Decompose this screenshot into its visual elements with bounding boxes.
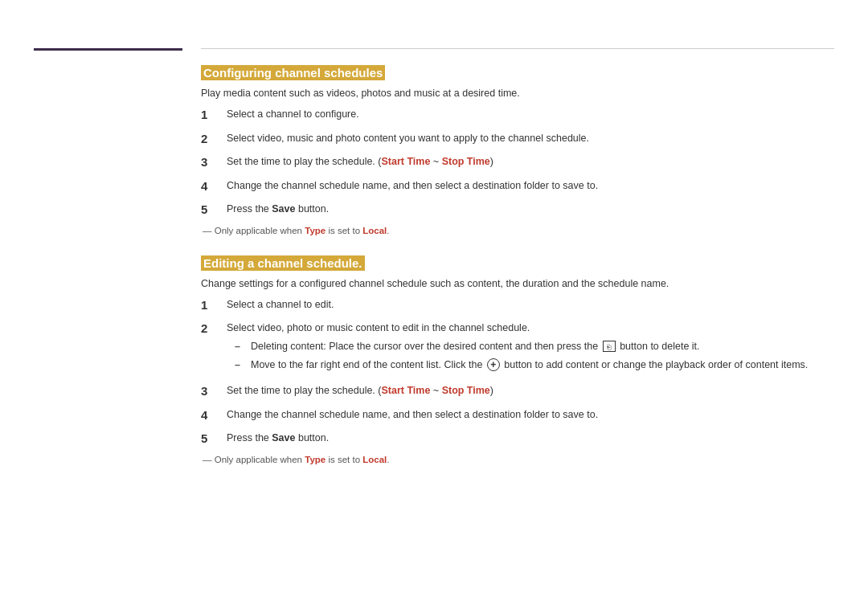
step-num: 5 bbox=[201, 431, 223, 447]
top-divider-line bbox=[201, 48, 834, 49]
step-num: 2 bbox=[201, 131, 223, 147]
main-content: Configuring channel schedules Play media… bbox=[201, 64, 828, 477]
section1-note: Only applicable when Type is set to Loca… bbox=[201, 226, 828, 235]
step-num: 5 bbox=[201, 202, 223, 218]
section-editing: Editing a channel schedule. Change setti… bbox=[201, 255, 828, 464]
section2-title: Editing a channel schedule. bbox=[201, 255, 365, 271]
section2-steps: 1 Select a channel to edit. 2 Select vid… bbox=[201, 297, 828, 447]
step-2-2: 2 Select video, photo or music content t… bbox=[201, 321, 828, 375]
step-text: Select video, photo or music content to … bbox=[227, 321, 828, 375]
step-1-2: 2 Select video, music and photo content … bbox=[201, 131, 828, 147]
step-num: 4 bbox=[201, 178, 223, 194]
section1-title: Configuring channel schedules bbox=[201, 65, 385, 80]
dash: – bbox=[235, 358, 251, 373]
step-text: Press the Save button. bbox=[227, 202, 828, 217]
step-text: Set the time to play the schedule. (Star… bbox=[227, 383, 828, 398]
step-num: 2 bbox=[201, 321, 223, 337]
sub-bullets: – Deleting content: Place the cursor ove… bbox=[227, 339, 828, 373]
step-1-1: 1 Select a channel to configure. bbox=[201, 107, 828, 123]
step-num: 3 bbox=[201, 383, 223, 399]
section1-steps: 1 Select a channel to configure. 2 Selec… bbox=[201, 107, 828, 218]
left-decorative-bar bbox=[34, 48, 182, 51]
step-text: Set the time to play the schedule. (Star… bbox=[227, 154, 828, 170]
step-num: 4 bbox=[201, 407, 223, 423]
dash: – bbox=[235, 339, 251, 354]
step-num: 1 bbox=[201, 297, 223, 313]
local-highlight2: Local bbox=[362, 455, 387, 464]
step-text: Select video, music and photo content yo… bbox=[227, 131, 828, 146]
step-text: Change the channel schedule name, and th… bbox=[227, 178, 828, 194]
section1-title-wrapper: Configuring channel schedules bbox=[201, 64, 828, 81]
sub-bullet-move: – Move to the far right end of the conte… bbox=[235, 358, 828, 373]
section-configuring: Configuring channel schedules Play media… bbox=[201, 64, 828, 235]
step-1-4: 4 Change the channel schedule name, and … bbox=[201, 178, 828, 194]
step-1-3: 3 Set the time to play the schedule. (St… bbox=[201, 154, 828, 170]
step-1-5: 5 Press the Save button. bbox=[201, 202, 828, 218]
save-label2: Save bbox=[272, 432, 295, 443]
stop-time-highlight: Stop Time bbox=[442, 156, 490, 167]
step-text: Press the Save button. bbox=[227, 431, 828, 446]
step-text: Select a channel to configure. bbox=[227, 107, 828, 122]
section2-subtitle: Change settings for a configured channel… bbox=[201, 278, 828, 289]
step-text: Change the channel schedule name, and th… bbox=[227, 407, 828, 423]
stop-time-highlight2: Stop Time bbox=[442, 385, 490, 396]
step-num: 1 bbox=[201, 107, 223, 123]
start-time-highlight: Start Time bbox=[381, 156, 430, 167]
step-2-5: 5 Press the Save button. bbox=[201, 431, 828, 447]
section1-subtitle: Play media content such as videos, photo… bbox=[201, 88, 828, 99]
step-2-3: 3 Set the time to play the schedule. (St… bbox=[201, 383, 828, 399]
step-2-4: 4 Change the channel schedule name, and … bbox=[201, 407, 828, 423]
step-text: Select a channel to edit. bbox=[227, 297, 828, 313]
sub-bullet-delete: – Deleting content: Place the cursor ove… bbox=[235, 339, 828, 354]
save-label: Save bbox=[272, 203, 295, 215]
local-highlight: Local bbox=[362, 226, 387, 235]
type-highlight2: Type bbox=[305, 455, 326, 464]
section2-note: Only applicable when Type is set to Loca… bbox=[201, 455, 828, 464]
start-time-highlight2: Start Time bbox=[381, 385, 430, 396]
step-num: 3 bbox=[201, 154, 223, 170]
add-icon: + bbox=[487, 358, 500, 371]
type-highlight: Type bbox=[305, 226, 326, 235]
section2-title-wrapper: Editing a channel schedule. bbox=[201, 255, 828, 272]
step-2-1: 1 Select a channel to edit. bbox=[201, 297, 828, 313]
delete-icon: ⎗ bbox=[603, 341, 616, 352]
sub-bullet-text: Move to the far right end of the content… bbox=[251, 358, 808, 373]
sub-bullet-text: Deleting content: Place the cursor over … bbox=[251, 339, 700, 354]
